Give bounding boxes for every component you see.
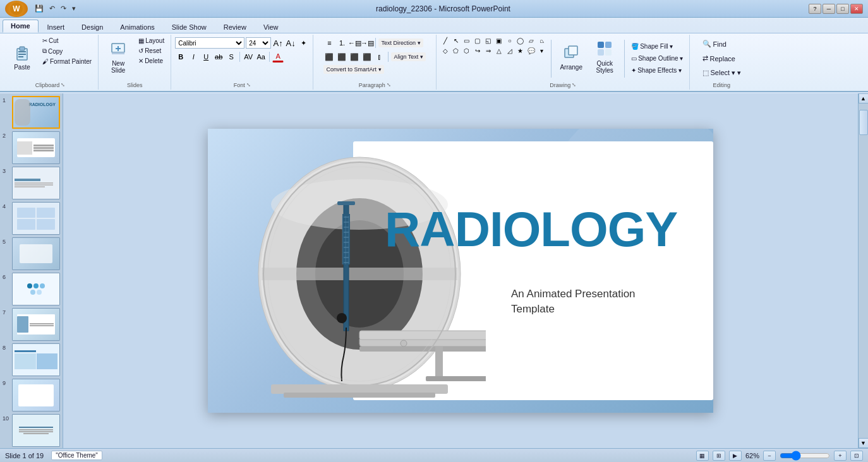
slide-thumb-8[interactable]: 8 (3, 343, 60, 376)
shape-more[interactable]: ▾ (537, 46, 546, 56)
slide-thumb-5[interactable]: 5 (3, 237, 60, 270)
center-button[interactable]: ⬛ (336, 51, 347, 62)
slide-thumb-2[interactable]: 2 (3, 131, 60, 164)
shape-rect[interactable]: ▭ (462, 36, 471, 45)
reset-button[interactable]: ↺ Reset (136, 46, 167, 56)
shape-effects-button[interactable]: ✦ Shape Effects ▾ (629, 66, 685, 75)
tab-home[interactable]: Home (3, 20, 39, 33)
maximize-button[interactable]: □ (836, 4, 849, 14)
slide-thumb-7[interactable]: 7 (3, 308, 60, 341)
shape-fill-button[interactable]: 🪣 Shape Fill ▾ (629, 42, 685, 51)
shadow-button[interactable]: S (226, 51, 237, 62)
shape-curved-arrow[interactable]: ↪ (473, 46, 482, 56)
shape-line[interactable]: ╱ (440, 36, 450, 45)
office-button[interactable]: W (5, 1, 28, 17)
strikethrough-button[interactable]: ab (213, 51, 224, 62)
select-button[interactable]: ⬚ Select ▾ ▾ (698, 67, 746, 79)
slide-thumb-4[interactable]: 4 (3, 202, 60, 235)
slide-thumb-10[interactable]: 10 (3, 414, 60, 447)
shape-triangle[interactable]: △ (494, 46, 503, 56)
cut-button[interactable]: ✂ Cut (40, 36, 94, 45)
increase-indent-button[interactable]: →▤ (361, 37, 373, 49)
copy-button[interactable]: ⧉ Copy (40, 46, 94, 56)
shape-hexagon[interactable]: ⬡ (462, 46, 471, 56)
shape-oval2[interactable]: ◯ (515, 36, 525, 45)
shape-rounded-rect[interactable]: ▢ (473, 36, 482, 45)
slide-thumbnail-7[interactable] (12, 308, 60, 341)
slide-thumbnail-4[interactable] (12, 202, 60, 235)
normal-view-button[interactable]: ▦ (696, 451, 709, 461)
fit-slide-button[interactable]: ⊡ (850, 451, 863, 461)
font-name-select[interactable]: Calibri (175, 37, 244, 49)
scroll-down-button[interactable]: ▼ (859, 438, 869, 448)
align-right-button[interactable]: ⬛ (349, 51, 360, 62)
slide-show-button[interactable]: ▶ (729, 451, 742, 461)
undo-qa-button[interactable]: ↶ (47, 4, 57, 13)
save-qa-button[interactable]: 💾 (33, 4, 45, 13)
shape-right-triangle[interactable]: ◿ (505, 46, 514, 56)
tab-view[interactable]: View (255, 21, 287, 33)
tab-slideshow[interactable]: Slide Show (164, 21, 215, 33)
quick-styles-button[interactable]: Quick Styles (589, 36, 620, 76)
delete-button[interactable]: ✕ Delete (136, 56, 167, 66)
font-size-select[interactable]: 24 (246, 37, 271, 49)
format-painter-button[interactable]: 🖌 Format Painter (40, 57, 94, 66)
slide-thumb-1[interactable]: 1 RADIOLOGY (3, 96, 60, 129)
shape-parallelogram[interactable]: ▱ (526, 36, 536, 45)
replace-button[interactable]: ⇄ Replace (698, 52, 746, 64)
slide-thumbnail-6[interactable] (12, 273, 60, 305)
drawing-expand[interactable]: ⤡ (572, 82, 576, 88)
slide-canvas[interactable]: RADIOLOGY An Animated Presentation Templ… (208, 129, 713, 413)
redo-qa-button[interactable]: ↷ (59, 4, 68, 13)
convert-smartart-button[interactable]: Convert to SmartArt ▾ (323, 65, 383, 74)
clipboard-expand[interactable]: ⤡ (61, 82, 65, 88)
slide-thumbnail-1[interactable]: RADIOLOGY (12, 96, 60, 129)
zoom-out-button[interactable]: − (763, 451, 776, 461)
slide-thumb-9[interactable]: 9 (3, 379, 60, 412)
font-expand[interactable]: ⤡ (246, 82, 251, 88)
find-button[interactable]: 🔍 Find (698, 38, 746, 50)
zoom-in-button[interactable]: + (834, 451, 847, 461)
char-spacing-button[interactable]: AV (243, 51, 254, 62)
tab-insert[interactable]: Insert (39, 21, 73, 33)
customize-qa-button[interactable]: ▾ (70, 4, 78, 13)
decrease-font-button[interactable]: A↓ (285, 37, 296, 49)
font-color-button[interactable]: A (272, 51, 284, 62)
help-button[interactable]: ? (809, 4, 821, 14)
justify-button[interactable]: ⬛ (361, 51, 373, 62)
tab-animations[interactable]: Animations (112, 21, 162, 33)
close-button[interactable]: ✕ (850, 4, 863, 14)
align-left-button[interactable]: ⬛ (323, 51, 335, 62)
slide-thumbnail-10[interactable] (12, 414, 60, 447)
shape-callout[interactable]: 💬 (526, 46, 536, 56)
tab-review[interactable]: Review (215, 21, 255, 33)
shape-star[interactable]: ★ (515, 46, 525, 56)
tab-design[interactable]: Design (73, 21, 111, 33)
zoom-slider[interactable] (780, 452, 830, 459)
scroll-thumb[interactable] (859, 110, 868, 135)
shape-arrow[interactable]: ↖ (451, 36, 461, 45)
slide-thumb-3[interactable]: 3 (3, 167, 60, 199)
paste-button[interactable]: Paste (6, 36, 38, 76)
minimize-button[interactable]: ─ (823, 4, 835, 14)
slide-thumbnail-9[interactable] (12, 379, 60, 412)
slide-thumb-6[interactable]: 6 (3, 273, 60, 305)
clear-formatting-button[interactable]: ✦ (298, 37, 309, 49)
layout-button[interactable]: ▦ Layout (136, 36, 167, 45)
shape-oval[interactable]: ○ (505, 36, 514, 45)
slide-sorter-button[interactable]: ⊞ (713, 451, 725, 461)
align-text-button[interactable]: Align Text ▾ (391, 52, 425, 61)
bullets-button[interactable]: ≡ (323, 37, 335, 49)
slide-thumbnail-2[interactable] (12, 131, 60, 164)
new-slide-button[interactable]: New Slide (102, 36, 134, 76)
shape-block-arrow[interactable]: ⇒ (483, 46, 493, 56)
shape-diamond[interactable]: ◇ (440, 46, 450, 56)
slide-thumbnail-8[interactable] (12, 343, 60, 376)
arrange-button[interactable]: Arrange (555, 36, 587, 76)
slide-thumbnail-5[interactable] (12, 237, 60, 270)
increase-font-button[interactable]: A↑ (272, 37, 284, 49)
shape-trapezoid[interactable]: ⏢ (537, 36, 546, 45)
shape-pentagon[interactable]: ⬠ (451, 46, 461, 56)
numbering-button[interactable]: 1. (336, 37, 347, 49)
shape-rect2[interactable]: ▣ (494, 36, 503, 45)
